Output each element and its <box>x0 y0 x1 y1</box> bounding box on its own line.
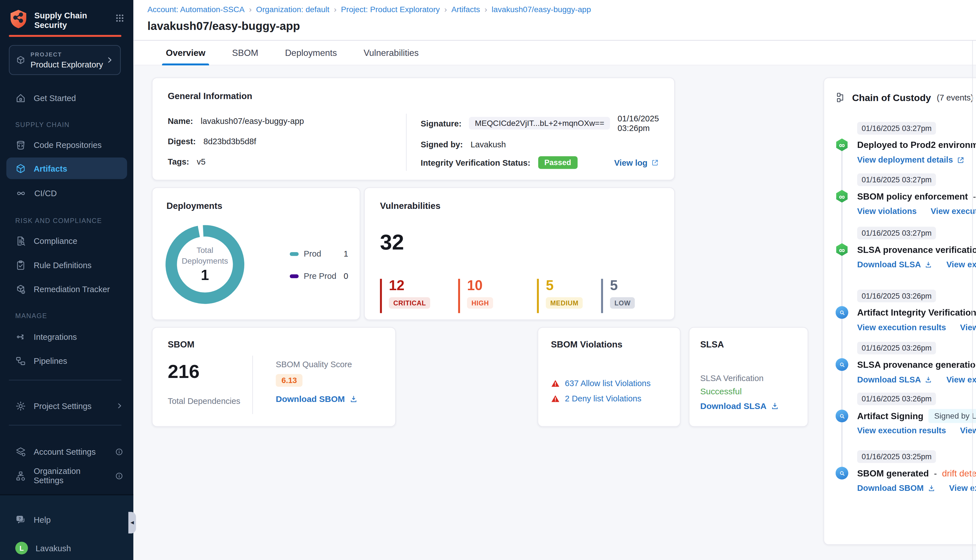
download-sbom-link[interactable]: Download SBOM <box>857 483 935 493</box>
sidebar-section-manage: MANAGE <box>15 312 47 320</box>
project-name: Product Exploratory <box>30 59 106 69</box>
signed-by-label: Signed by: <box>421 140 463 149</box>
breadcrumb-project[interactable]: Project: Product Exploratory <box>341 5 440 14</box>
card-title: Vulnerabilities <box>380 201 659 211</box>
shield-logo-icon <box>9 9 28 29</box>
prod-swatch <box>290 252 299 256</box>
slsa-verification-label: SLSA Verification <box>701 373 764 383</box>
sidebar-collapse-button[interactable]: ◀ <box>128 512 136 534</box>
pre-prod-count: 0 <box>344 271 348 281</box>
view-execution-results-link[interactable]: View execution results <box>946 260 976 269</box>
sidebar-item-account-settings[interactable]: Account Settings <box>0 443 133 460</box>
sbom-quality-score-value: 6.13 <box>276 374 303 387</box>
sidebar-item-help[interactable]: ? Help <box>0 511 133 528</box>
severity-medium: 5 MEDIUM <box>537 279 583 313</box>
app-logo[interactable]: Supply ChainSecurity <box>9 9 125 30</box>
deployment-icon: ∞ <box>836 138 848 151</box>
sidebar-item-project-settings[interactable]: Project Settings <box>0 398 133 414</box>
sidebar-item-organization-settings[interactable]: Organization Settings <box>0 467 133 484</box>
name-value: lavakush07/easy-buggy-app <box>200 116 304 126</box>
deny-list-violations-link[interactable]: 2 Deny list Violations <box>565 394 641 403</box>
info-icon[interactable] <box>115 447 123 455</box>
tab-vulnerabilities[interactable]: Vulnerabilities <box>364 40 419 65</box>
status-badge-passed: Passed <box>538 157 577 169</box>
severity-low: 5 LOW <box>601 279 635 313</box>
scan-icon <box>836 410 848 422</box>
slsa-card: SLSA SLSA Verification Successful Downlo… <box>689 327 808 427</box>
sbom-violations-card: SBOM Violations 637 Allow list Violation… <box>538 327 681 427</box>
scan-icon <box>836 467 848 480</box>
allow-list-violations-link[interactable]: 637 Allow list Violations <box>565 378 651 388</box>
breadcrumb-organization[interactable]: Organization: default <box>256 5 330 14</box>
sidebar-item-integrations[interactable]: Integrations <box>0 328 133 345</box>
warning-icon <box>551 394 560 403</box>
view-deployment-details-link[interactable]: View deployment details <box>857 155 964 165</box>
event-timestamp: 01/16/2025 03:27pm <box>857 173 936 186</box>
breadcrumb-artifacts[interactable]: Artifacts <box>451 5 480 14</box>
allow-list-violations-row: 637 Allow list Violations <box>551 378 651 388</box>
breadcrumb-current[interactable]: lavakush07/easy-buggy-app <box>492 5 591 14</box>
signature-value: MEQCICde2VjIT...bL+2+mqnOXw== <box>469 117 610 130</box>
external-link-icon <box>651 159 659 167</box>
pre-prod-swatch <box>290 274 299 278</box>
sidebar-item-pipelines[interactable]: Pipelines <box>0 353 133 369</box>
view-execution-results-link[interactable]: View execution results <box>931 206 976 216</box>
sidebar-section-supply-chain: SUPPLY CHAIN <box>15 121 70 128</box>
timeline-event: 01/16/2025 03:27pm ∞ SLSA provenance ver… <box>836 227 976 239</box>
sidebar-divider <box>9 380 122 380</box>
sidebar-item-compliance[interactable]: Compliance <box>0 233 133 249</box>
external-link-icon <box>957 156 964 163</box>
deployment-icon: ∞ <box>836 243 848 256</box>
sidebar-item-code-repositories[interactable]: Code Repositories <box>0 137 133 153</box>
project-selector[interactable]: PROJECT Product Exploratory <box>9 45 121 75</box>
view-log-entry-link[interactable]: View log entry <box>960 426 976 435</box>
tags-label: Tags: <box>168 157 189 167</box>
view-execution-results-link[interactable]: View execution results <box>857 426 946 435</box>
download-slsa-link[interactable]: Download SLSA <box>701 402 779 411</box>
view-execution-results-link[interactable]: View execution results <box>946 375 976 385</box>
severity-high: 10 HIGH <box>458 279 493 313</box>
user-menu[interactable]: L Lavakush <box>0 540 133 557</box>
app-title: Supply ChainSecurity <box>35 9 109 30</box>
timeline-event: 01/16/2025 03:27pm ∞ SBOM policy enforce… <box>836 173 976 186</box>
view-log-entry-link[interactable]: View log entry <box>960 323 976 332</box>
download-sbom-link[interactable]: Download SBOM <box>276 394 358 404</box>
signed-by-value: Lavakush <box>470 140 506 149</box>
view-execution-results-link[interactable]: View execution results <box>857 323 946 332</box>
tab-overview[interactable]: Overview <box>166 40 205 65</box>
total-deployments-value: 1 <box>201 267 209 284</box>
sidebar-item-cicd[interactable]: CI/CD <box>0 185 133 202</box>
tab-bar: Overview SBOM Deployments Vulnerabilitie… <box>133 41 976 65</box>
page-title: lavakush07/easy-buggy-app <box>147 20 300 33</box>
sbom-quality-score-label: SBOM Quality Score <box>276 360 358 369</box>
severity-critical: 12 CRITICAL <box>380 279 430 313</box>
page-header: Account: Automation-SSCA › Organization:… <box>133 0 976 41</box>
card-title: General Information <box>168 91 659 101</box>
view-violations-link[interactable]: View violations <box>857 206 917 216</box>
sidebar-section-risk: RISK AND COMPLIANCE <box>15 217 102 224</box>
project-cube-icon <box>16 55 25 65</box>
event-timestamp: 01/16/2025 03:26pm <box>857 342 936 355</box>
card-title: SBOM Violations <box>551 339 667 350</box>
sidebar-item-artifacts[interactable]: Artifacts <box>7 158 127 179</box>
total-dependencies-label: Total Dependencies <box>168 396 240 406</box>
module-grid-icon[interactable] <box>115 13 125 23</box>
card-title: SBOM <box>168 339 380 350</box>
chain-of-custody-panel: Chain of Custody (7 events) 01/16/2025 0… <box>824 78 976 545</box>
download-slsa-link[interactable]: Download SLSA <box>857 375 932 385</box>
signature-date: 01/16/2025 03:26pm <box>617 114 659 133</box>
tab-deployments[interactable]: Deployments <box>285 40 337 65</box>
download-slsa-link[interactable]: Download SLSA <box>857 260 932 269</box>
breadcrumb-account[interactable]: Account: Automation-SSCA <box>147 5 245 14</box>
tab-sbom[interactable]: SBOM <box>232 40 259 65</box>
slsa-verification-status: Successful <box>701 387 742 396</box>
tags-value: v5 <box>197 157 205 167</box>
svg-text:?: ? <box>18 516 21 520</box>
name-label: Name: <box>168 116 193 126</box>
view-log-link[interactable]: View log <box>614 158 659 167</box>
avatar: L <box>15 542 28 554</box>
info-icon[interactable] <box>115 472 123 480</box>
sidebar-item-remediation-tracker[interactable]: Remediation Tracker <box>0 281 133 298</box>
sidebar-item-get-started[interactable]: Get Started <box>0 90 133 106</box>
sidebar-item-rule-definitions[interactable]: Rule Definitions <box>0 257 133 273</box>
